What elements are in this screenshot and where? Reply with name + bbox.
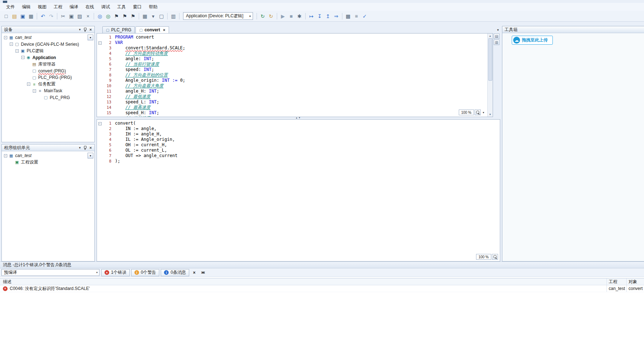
warnings-filter-button[interactable]: !0个警告 xyxy=(131,269,160,276)
zoom-level[interactable]: 100 % xyxy=(476,254,491,260)
pin-icon[interactable] xyxy=(83,27,88,32)
tree-node-dropdown-icon[interactable]: ▾ xyxy=(88,35,93,40)
device-node-plc-logic[interactable]: -▣PLC逻辑 xyxy=(2,48,94,54)
device-node-can-test[interactable]: -▦can_test▾ xyxy=(2,34,94,41)
run-to-cursor-icon[interactable]: ⇒ xyxy=(332,12,340,20)
minus-box-icon[interactable]: - xyxy=(98,41,102,45)
tab-convert[interactable]: ▢convert× xyxy=(136,26,169,33)
messages-summary-bar[interactable]: 消息 -总计1个错误,0个警告,0条消息 xyxy=(0,262,644,268)
tree-expander-icon[interactable]: - xyxy=(10,43,13,46)
login-icon[interactable]: ✱ xyxy=(296,12,303,20)
redo-icon[interactable]: ↷ xyxy=(47,12,55,20)
scroll-up-icon[interactable]: ▲ xyxy=(489,33,492,38)
build-calendar-icon[interactable]: ▥ xyxy=(169,12,177,20)
implementation-code[interactable]: -1convert(2 IN := angle,3 IH := angle_H,… xyxy=(97,120,500,261)
implementation-editor[interactable]: -1convert(2 IN := angle,3 IH := angle_H,… xyxy=(97,119,500,262)
pou-node-can-test[interactable]: -▦can_test▾ xyxy=(2,152,94,159)
menu-item-6[interactable]: 调试 xyxy=(98,3,113,11)
column-header-description[interactable]: 描述 xyxy=(0,278,607,285)
errors-filter-button[interactable]: ×1个错误 xyxy=(101,269,130,276)
menu-item-7[interactable]: 工具 xyxy=(114,3,129,11)
menu-item-1[interactable]: 编辑 xyxy=(19,3,34,11)
device-node-maintask[interactable]: -≡MainTask xyxy=(2,88,94,94)
pin-icon[interactable] xyxy=(83,145,88,151)
splitter-grip-icon[interactable]: ▲▼ xyxy=(296,117,301,119)
start-icon[interactable]: ▶ xyxy=(279,12,287,20)
generate-code-icon[interactable]: ↻ xyxy=(267,12,275,20)
tabular-view-icon[interactable]: ▥ xyxy=(494,40,499,45)
menu-item-3[interactable]: 工程 xyxy=(50,3,66,11)
menu-item-8[interactable]: 窗口 xyxy=(130,3,145,11)
bookmark-icon[interactable]: ⚑ xyxy=(112,12,120,20)
column-header-project[interactable]: 工程 xyxy=(607,278,627,285)
delete-icon[interactable]: × xyxy=(84,12,92,20)
device-node-plc-prg[interactable]: ▢PLC_PRG (PRG) xyxy=(2,74,94,81)
insert-combo-icon[interactable]: ▾ xyxy=(149,12,157,20)
device-node-task-configuration[interactable]: -≡任务配置 xyxy=(2,81,94,88)
stop-icon[interactable]: ■ xyxy=(287,12,295,20)
monitoring-icon[interactable]: ✓ xyxy=(361,12,369,20)
device-node-library-manager[interactable]: ▤库管理器 xyxy=(2,61,94,68)
active-application-selector[interactable]: Application [Device: PLC逻辑]▾ xyxy=(183,12,253,20)
textual-view-icon[interactable]: ▤ xyxy=(494,33,499,39)
close-icon[interactable]: × xyxy=(88,145,93,151)
save-icon[interactable]: ▣ xyxy=(19,12,27,20)
insert-table-icon[interactable]: ▦ xyxy=(141,12,149,20)
copy-icon[interactable]: ▣ xyxy=(67,12,75,20)
scrollbar-thumb[interactable] xyxy=(488,38,492,81)
tree-node-dropdown-icon[interactable]: ▾ xyxy=(88,153,93,158)
paste-icon[interactable]: ▨ xyxy=(76,12,84,20)
magnifier-icon[interactable] xyxy=(475,110,481,115)
tree-expander-icon[interactable]: - xyxy=(33,89,36,93)
scroll-down-icon[interactable]: ▼ xyxy=(489,112,492,117)
device-node-plc-prg-call[interactable]: ▢PLC_PRG xyxy=(2,94,94,101)
zoom-level[interactable]: 100 % xyxy=(459,110,474,115)
insert-frame-icon[interactable]: ▢ xyxy=(157,12,165,20)
column-header-object[interactable]: 对象 xyxy=(627,278,644,285)
tree-expander-icon[interactable]: - xyxy=(4,154,7,157)
menu-item-2[interactable]: 视图 xyxy=(35,3,50,11)
prev-bookmark-icon[interactable]: ⚑ xyxy=(129,12,137,20)
step-over-icon[interactable]: ↦ xyxy=(307,12,315,20)
write-values-icon[interactable]: ≡ xyxy=(352,12,360,20)
scrollbar-track[interactable] xyxy=(488,38,493,112)
panel-menu-icon[interactable]: ▾ xyxy=(77,27,83,32)
step-out-icon[interactable]: ↥ xyxy=(324,12,332,20)
tab-plc-prg[interactable]: ▢PLC_PRG xyxy=(102,26,135,33)
fold-toggle-icon[interactable]: - xyxy=(97,121,103,126)
upload-here-button[interactable]: ☁ 拖拽至此上传 xyxy=(512,36,553,45)
menu-item-9[interactable]: 帮助 xyxy=(146,3,161,11)
force-values-icon[interactable]: ▩ xyxy=(344,12,352,20)
menu-item-4[interactable]: 编译 xyxy=(66,3,81,11)
tree-expander-icon[interactable]: - xyxy=(15,49,19,53)
step-into-icon[interactable]: ↧ xyxy=(316,12,324,20)
next-bookmark-icon[interactable]: ⚑ xyxy=(121,12,129,20)
message-row[interactable]: ×C0046: 没有定义标识符'Standard.SCALE'can_testc… xyxy=(0,285,644,292)
print-icon[interactable]: ▦ xyxy=(27,12,35,20)
menu-item-5[interactable]: 在线 xyxy=(82,3,97,11)
messages-filter-button[interactable]: i0条消息 xyxy=(161,269,189,276)
message-category-select[interactable]: 预编译 ▾ xyxy=(1,269,99,276)
clear-all-messages-icon[interactable]: ×× xyxy=(199,269,206,276)
device-node-device[interactable]: -▢Device (GCAN-PLC-M Series) xyxy=(2,41,94,48)
menu-item-0[interactable]: 文件 xyxy=(3,3,18,11)
device-node-application[interactable]: -◉Application xyxy=(2,54,94,61)
fold-toggle-icon[interactable]: - xyxy=(97,40,103,45)
find-replace-icon[interactable]: ◎ xyxy=(104,12,112,20)
tree-expander-icon[interactable]: - xyxy=(27,82,30,86)
tab-close-icon[interactable]: × xyxy=(163,28,165,32)
zoom-dropdown-icon[interactable]: ▾ xyxy=(481,110,485,115)
new-file-icon[interactable]: □ xyxy=(2,12,10,20)
declaration-code[interactable]: 1PROGRAM convert-2VAR3 convert:Standard.… xyxy=(97,33,487,117)
device-node-convert-prg[interactable]: ▢convert (PRG) xyxy=(2,68,94,75)
undo-icon[interactable]: ↶ xyxy=(39,12,47,20)
clear-message-icon[interactable]: × xyxy=(191,269,197,276)
tree-expander-icon[interactable]: - xyxy=(4,36,7,39)
declaration-editor[interactable]: 1PROGRAM convert-2VAR3 convert:Standard.… xyxy=(97,33,493,117)
vertical-scrollbar[interactable]: ▲ ▼ xyxy=(487,33,493,117)
find-icon[interactable]: ◎ xyxy=(96,12,104,20)
compile-icon[interactable]: ↻ xyxy=(259,12,267,20)
tree-expander-icon[interactable]: - xyxy=(21,56,25,59)
cut-icon[interactable]: ✂ xyxy=(59,12,67,20)
magnifier-icon[interactable] xyxy=(492,254,498,260)
